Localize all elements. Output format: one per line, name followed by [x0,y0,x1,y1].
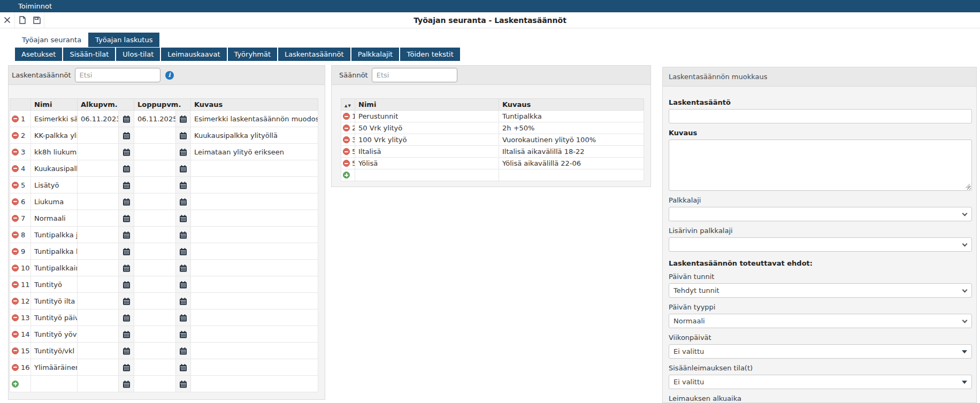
rule-alkupvm-cell[interactable] [78,293,119,309]
delete-row-icon[interactable] [343,160,350,167]
rule-row[interactable]: 9 Tuntipalkka l… [10,243,318,260]
rule-alkupvm-calendar-cell[interactable] [119,193,134,210]
rule-loppupvm-cell[interactable] [134,326,176,343]
rule-kuvaus-cell[interactable] [191,376,318,392]
delete-row-icon[interactable] [12,182,19,189]
main-tab-1[interactable]: Työajan laskutus [88,33,159,47]
rule-alkupvm-calendar-cell[interactable] [119,260,134,276]
set-nimi-cell[interactable]: 100 Vrk ylityö [355,134,499,146]
rule-alkupvm-calendar-cell[interactable] [119,111,134,127]
rule-alkupvm-cell[interactable] [78,144,119,160]
rule-kuvaus-cell[interactable] [191,243,318,260]
rule-kuvaus-cell[interactable] [191,177,318,193]
rule-alkupvm-cell[interactable] [78,127,119,144]
calendar-icon[interactable] [123,115,130,123]
rule-loppupvm-calendar-cell[interactable] [176,260,191,276]
laskentasaanto-field[interactable] [669,109,972,123]
rule-loppupvm-cell[interactable] [134,376,176,392]
rule-loppupvm-calendar-cell[interactable] [176,177,191,193]
calendar-icon[interactable] [123,331,130,338]
calendar-icon[interactable] [180,149,187,156]
rule-alkupvm-cell[interactable] [78,210,119,227]
rule-loppupvm-cell[interactable] [134,276,176,293]
main-tab-0[interactable]: Työajan seuranta [15,33,88,47]
rule-loppupvm-cell[interactable] [134,359,176,376]
rule-nimi-cell[interactable]: KK-palkka yli… [31,127,78,144]
sub-tab-5[interactable]: Laskentasäännöt [278,48,350,61]
calendar-icon[interactable] [123,381,130,388]
rule-nimi-cell[interactable]: Tuntipalkkain… [31,260,78,276]
rule-row[interactable]: 14 Tuntityö yövu… [10,326,318,343]
add-rule-row[interactable] [10,376,318,392]
rule-loppupvm-calendar-cell[interactable] [176,376,191,392]
rule-nimi-cell[interactable]: Tuntipalkka j… [31,227,78,243]
rule-loppupvm-cell[interactable] [134,260,176,276]
rule-alkupvm-cell[interactable] [78,177,119,193]
rule-nimi-cell[interactable] [31,376,78,392]
set-kuvaus-cell[interactable]: 2h +50% [499,122,644,134]
calendar-icon[interactable] [180,265,187,272]
rule-row[interactable]: 16 Ylimääräinen… [10,359,318,376]
set-row[interactable]: 1 Perustunnit Tuntipalkka [341,111,644,122]
set-nimi-cell[interactable]: Yölisä [355,158,499,169]
delete-row-icon[interactable] [343,148,350,155]
col-header-kuvaus[interactable]: Kuvaus [191,99,318,111]
calendar-icon[interactable] [180,381,187,388]
delete-row-icon[interactable] [12,165,19,172]
rule-kuvaus-cell[interactable] [191,293,318,309]
rule-alkupvm-cell[interactable] [78,276,119,293]
rule-alkupvm-cell[interactable] [78,193,119,210]
delete-row-icon[interactable] [12,298,19,305]
sub-tab-3[interactable]: Leimauskaavat [161,48,226,61]
calendar-icon[interactable] [180,165,187,173]
sub-tab-7[interactable]: Töiden tekstit [400,48,460,61]
rule-nimi-cell[interactable]: Tuntityö päiv… [31,309,78,326]
rule-alkupvm-cell[interactable]: 06.11.2023 [78,111,119,127]
sub-tab-6[interactable]: Palkkalajit [351,48,400,61]
rule-loppupvm-cell[interactable] [134,343,176,359]
set-row[interactable]: 5 Yölisä Yölisä aikavälillä 22-06 [341,158,644,169]
calendar-icon[interactable] [180,364,187,371]
calendar-icon[interactable] [123,182,130,189]
col-header-loppupvm[interactable]: Loppupvm. [134,99,191,111]
rule-loppupvm-cell[interactable] [134,193,176,210]
rule-kuvaus-cell[interactable] [191,326,318,343]
rule-row[interactable]: 6 Liukuma [10,193,318,210]
rule-alkupvm-cell[interactable] [78,359,119,376]
sisaanleimauksen-tilat-multiselect[interactable]: Ei valittu [669,375,972,389]
calendar-icon[interactable] [180,215,187,222]
add-row-icon[interactable] [343,172,350,179]
delete-row-icon[interactable] [12,331,19,338]
set-nimi-cell[interactable]: Iltalisä [355,146,499,158]
viikonpaivat-multiselect[interactable]: Ei valittu [669,344,972,359]
rule-alkupvm-cell[interactable] [78,227,119,243]
set-kuvaus-cell[interactable]: Yölisä aikavälillä 22-06 [499,158,644,169]
rule-loppupvm-cell[interactable] [134,160,176,177]
rule-loppupvm-cell[interactable] [134,144,176,160]
rule-nimi-cell[interactable]: Liukuma [31,193,78,210]
rule-kuvaus-cell[interactable] [191,193,318,210]
rule-alkupvm-calendar-cell[interactable] [119,376,134,392]
rule-alkupvm-cell[interactable] [78,260,119,276]
calendar-icon[interactable] [123,265,130,272]
set-kuvaus-cell[interactable]: Iltalisä aikavälillä 18-22 [499,146,644,158]
delete-row-icon[interactable] [12,248,19,255]
calendar-icon[interactable] [123,347,130,355]
rule-row[interactable]: 4 Kuukausipalk… [10,160,318,177]
delete-row-icon[interactable] [12,115,19,122]
rule-loppupvm-calendar-cell[interactable] [176,111,191,127]
delete-row-icon[interactable] [12,215,19,222]
set-row[interactable]: 3 100 Vrk ylityö Vuorokautinen ylityö 10… [341,134,644,146]
rule-kuvaus-cell[interactable] [191,309,318,326]
sub-tab-0[interactable]: Asetukset [15,48,62,61]
rule-alkupvm-calendar-cell[interactable] [119,177,134,193]
rule-loppupvm-cell[interactable] [134,243,176,260]
rule-row[interactable]: 15 Tuntityö/vkl [10,343,318,359]
calendar-icon[interactable] [123,314,130,322]
rule-loppupvm-cell[interactable]: 06.11.2025 [134,111,176,127]
rule-alkupvm-calendar-cell[interactable] [119,243,134,260]
kuvaus-field[interactable] [669,140,972,191]
col-header-nimi[interactable]: Nimi [31,99,78,111]
calendar-icon[interactable] [180,331,187,338]
calendar-icon[interactable] [180,281,187,289]
